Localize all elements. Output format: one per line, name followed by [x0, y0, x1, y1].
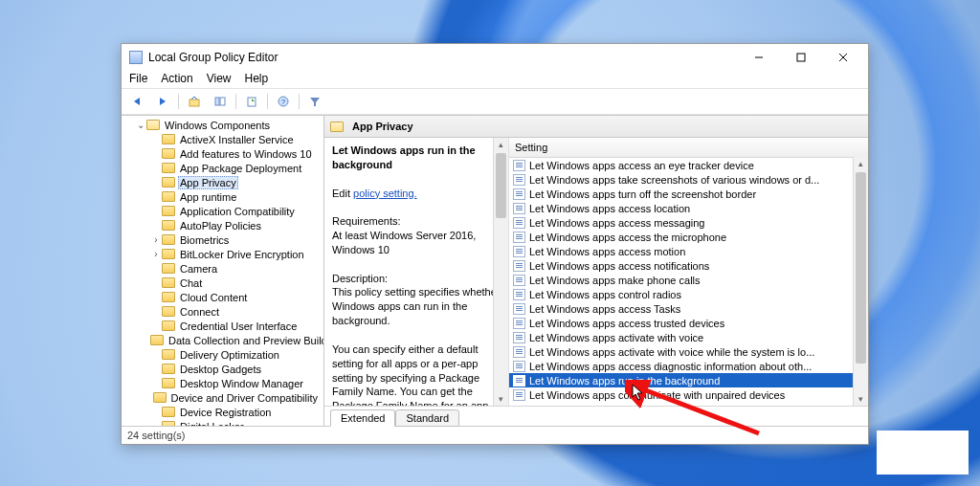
- tree-node[interactable]: Desktop Window Manager: [122, 376, 323, 390]
- tree-node[interactable]: Desktop Gadgets: [122, 362, 323, 376]
- setting-row[interactable]: Let Windows apps control radios: [509, 287, 854, 301]
- setting-label: Let Windows apps communicate with unpair…: [529, 389, 785, 401]
- policy-icon: [513, 303, 525, 315]
- scroll-down-icon[interactable]: ▾: [854, 392, 868, 406]
- setting-row[interactable]: Let Windows apps access location: [509, 201, 854, 215]
- setting-row[interactable]: Let Windows apps communicate with unpair…: [509, 387, 854, 402]
- tree-label: Delivery Optimization: [178, 349, 281, 361]
- close-button[interactable]: [822, 45, 864, 70]
- scroll-down-icon[interactable]: ▾: [494, 392, 508, 406]
- export-list-button[interactable]: [240, 91, 263, 112]
- up-folder-button[interactable]: [183, 91, 206, 112]
- menu-bar: File Action View Help: [122, 71, 868, 88]
- navigation-tree[interactable]: ⌄ Windows Components ActiveX Installer S…: [122, 116, 324, 426]
- tree-node[interactable]: App Package Deployment: [122, 161, 323, 175]
- tree-node[interactable]: Connect: [122, 304, 323, 319]
- tree-node[interactable]: Digital Locker: [122, 419, 323, 426]
- collapse-icon[interactable]: ⌄: [135, 120, 146, 131]
- scroll-thumb[interactable]: [496, 153, 506, 218]
- menu-help[interactable]: Help: [245, 72, 269, 85]
- folder-icon: [162, 191, 175, 202]
- category-header: App Privacy: [324, 116, 868, 138]
- setting-row[interactable]: Let Windows apps access an eye tracker d…: [509, 158, 854, 172]
- menu-action[interactable]: Action: [161, 72, 192, 85]
- requirements-text: At least Windows Server 2016, Windows 10: [332, 230, 476, 255]
- tree-node[interactable]: Chat: [122, 276, 323, 290]
- tree-node-root[interactable]: ⌄ Windows Components: [122, 118, 323, 132]
- folder-icon: [162, 249, 175, 259]
- folder-icon: [330, 122, 344, 132]
- tree-node[interactable]: Cloud Content: [122, 290, 323, 304]
- setting-row[interactable]: Let Windows apps access diagnostic infor…: [509, 359, 854, 373]
- setting-row[interactable]: Let Windows apps access messaging: [509, 215, 854, 230]
- filter-button[interactable]: [303, 91, 326, 112]
- scroll-thumb[interactable]: [856, 172, 866, 364]
- setting-row[interactable]: Let Windows apps access trusted devices: [509, 316, 854, 330]
- list-scrollbar[interactable]: ▴ ▾: [853, 157, 868, 406]
- setting-label: Let Windows apps access the microphone: [529, 232, 726, 243]
- minimize-button[interactable]: [738, 45, 780, 70]
- setting-row[interactable]: Let Windows apps access the microphone: [509, 230, 854, 244]
- column-header-setting[interactable]: Setting: [509, 138, 868, 158]
- setting-row[interactable]: Let Windows apps take screenshots of var…: [509, 172, 854, 187]
- setting-row[interactable]: Let Windows apps turn off the screenshot…: [509, 187, 854, 201]
- tree-node[interactable]: App Privacy: [122, 175, 323, 189]
- scroll-up-icon[interactable]: ▴: [494, 138, 508, 151]
- separator: [235, 94, 236, 109]
- tree-label: AutoPlay Policies: [178, 220, 263, 232]
- tree-label: Chat: [178, 277, 204, 289]
- setting-row[interactable]: Let Windows apps activate with voice: [509, 330, 854, 344]
- menu-file[interactable]: File: [129, 72, 147, 85]
- setting-row[interactable]: Let Windows apps access motion: [509, 244, 854, 258]
- show-hide-tree-button[interactable]: [209, 91, 232, 112]
- setting-label: Let Windows apps activate with voice: [529, 332, 703, 343]
- setting-label: Let Windows apps activate with voice whi…: [529, 346, 814, 358]
- tree-node[interactable]: Add features to Windows 10: [122, 146, 323, 161]
- setting-row[interactable]: Let Windows apps run in the background: [509, 373, 854, 387]
- menu-view[interactable]: View: [207, 72, 232, 85]
- folder-icon: [162, 206, 175, 216]
- help-button[interactable]: ?: [272, 91, 295, 112]
- setting-row[interactable]: Let Windows apps make phone calls: [509, 273, 854, 287]
- setting-label: Let Windows apps run in the background: [529, 375, 720, 387]
- setting-row[interactable]: Let Windows apps access Tasks: [509, 301, 854, 316]
- description-scrollbar[interactable]: ▴ ▾: [493, 138, 508, 406]
- title-bar[interactable]: Local Group Policy Editor: [122, 44, 868, 71]
- setting-row[interactable]: Let Windows apps activate with voice whi…: [509, 344, 854, 359]
- edit-policy-link[interactable]: policy setting.: [353, 188, 417, 199]
- tree-node[interactable]: ›BitLocker Drive Encryption: [122, 247, 323, 261]
- policy-icon: [513, 232, 525, 243]
- separator: [299, 94, 300, 109]
- tree-node[interactable]: Data Collection and Preview Build: [122, 333, 323, 347]
- forward-button[interactable]: [151, 91, 174, 112]
- expand-icon[interactable]: ›: [150, 234, 162, 246]
- tree-node[interactable]: Application Compatibility: [122, 204, 323, 218]
- tree-node[interactable]: Camera: [122, 261, 323, 276]
- tree-node[interactable]: AutoPlay Policies: [122, 218, 323, 232]
- tree-node[interactable]: Credential User Interface: [122, 319, 323, 333]
- window-title: Local Group Policy Editor: [148, 51, 278, 64]
- tab-standard[interactable]: Standard: [395, 409, 459, 427]
- setting-label: Let Windows apps access diagnostic infor…: [529, 361, 812, 372]
- tab-extended[interactable]: Extended: [330, 409, 395, 427]
- tree-node[interactable]: App runtime: [122, 189, 323, 204]
- details-pane: App Privacy Let Windows apps run in the …: [324, 116, 868, 426]
- status-text: 24 setting(s): [127, 430, 186, 441]
- tree-label: Application Compatibility: [178, 206, 297, 217]
- tree-label: App runtime: [178, 191, 238, 203]
- setting-row[interactable]: Let Windows apps access notifications: [509, 258, 854, 273]
- svg-rect-1: [797, 54, 805, 61]
- tree-node[interactable]: Delivery Optimization: [122, 347, 323, 362]
- tree-node[interactable]: Device Registration: [122, 405, 323, 419]
- tree-label: Camera: [178, 263, 219, 275]
- scroll-up-icon[interactable]: ▴: [854, 157, 868, 170]
- setting-label: Let Windows apps access an eye tracker d…: [529, 160, 754, 171]
- tree-node[interactable]: ›Biometrics: [122, 232, 323, 247]
- tree-node[interactable]: Device and Driver Compatibility: [122, 390, 323, 405]
- folder-icon: [162, 277, 175, 288]
- policy-icon: [513, 160, 525, 171]
- tree-node[interactable]: ActiveX Installer Service: [122, 132, 323, 146]
- back-button[interactable]: [125, 91, 148, 112]
- expand-icon[interactable]: ›: [150, 249, 162, 260]
- maximize-button[interactable]: [780, 45, 822, 70]
